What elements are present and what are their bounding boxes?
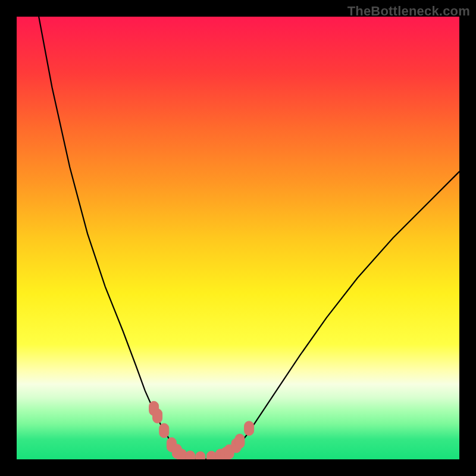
chart-stage: TheBottleneck.com xyxy=(0,0,476,476)
left-curve-line xyxy=(39,17,183,457)
marker-right-upper xyxy=(245,421,254,436)
marker-right-mid-2 xyxy=(235,434,245,449)
right-curve-line xyxy=(225,171,459,456)
curves-layer xyxy=(17,17,459,459)
marker-floor-2 xyxy=(186,451,195,459)
watermark-text: TheBottleneck.com xyxy=(347,4,470,19)
marker-left-mid xyxy=(159,424,169,438)
marker-floor-3 xyxy=(196,452,205,459)
marker-floor-4 xyxy=(206,451,216,459)
markers-group xyxy=(149,401,254,459)
marker-left-upper-2 xyxy=(153,409,162,423)
marker-floor-1 xyxy=(177,449,187,459)
plot-area xyxy=(17,17,459,459)
